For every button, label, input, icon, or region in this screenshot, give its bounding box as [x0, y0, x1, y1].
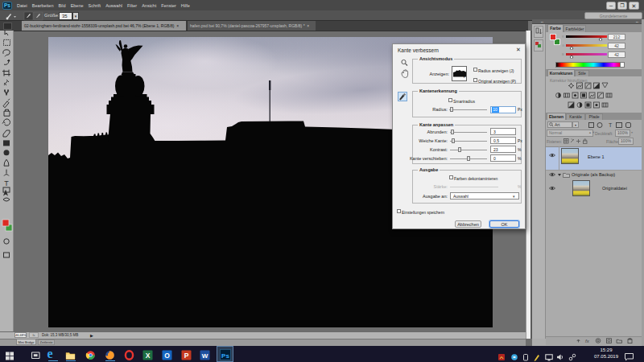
svg-text:T: T [4, 179, 9, 187]
svg-text:T: T [609, 122, 613, 128]
svg-text:P: P [184, 352, 188, 360]
svg-text:X: X [146, 352, 151, 360]
svg-text:O: O [164, 352, 170, 360]
svg-text:fx: fx [585, 339, 590, 343]
svg-text:W: W [202, 352, 208, 360]
svg-text:Ps: Ps [221, 352, 229, 359]
